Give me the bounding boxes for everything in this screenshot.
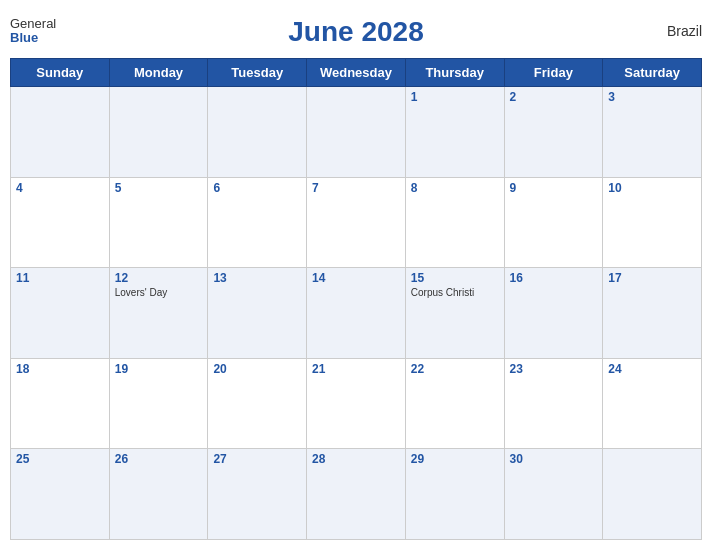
day-number: 2 [510,90,598,104]
day-number: 30 [510,452,598,466]
day-event: Lovers' Day [115,287,203,298]
week-row-2: 45678910 [11,177,702,268]
calendar-cell: 7 [307,177,406,268]
calendar-cell: 21 [307,358,406,449]
week-row-3: 1112Lovers' Day131415Corpus Christi1617 [11,268,702,359]
calendar-cell [208,87,307,178]
calendar-cell: 6 [208,177,307,268]
calendar-cell: 3 [603,87,702,178]
day-number: 22 [411,362,499,376]
calendar-cell: 20 [208,358,307,449]
day-number: 23 [510,362,598,376]
calendar-cell [11,87,110,178]
calendar-cell: 14 [307,268,406,359]
calendar-header: General Blue June 2028 Brazil [10,10,702,52]
day-number: 4 [16,181,104,195]
day-number: 7 [312,181,400,195]
day-number: 10 [608,181,696,195]
calendar-cell: 16 [504,268,603,359]
calendar-cell: 1 [405,87,504,178]
calendar-cell: 8 [405,177,504,268]
calendar-cell: 22 [405,358,504,449]
day-number: 18 [16,362,104,376]
calendar-cell: 25 [11,449,110,540]
calendar-table: SundayMondayTuesdayWednesdayThursdayFrid… [10,58,702,540]
calendar-title: June 2028 [288,16,423,48]
weekday-monday: Monday [109,59,208,87]
day-number: 15 [411,271,499,285]
calendar-cell: 15Corpus Christi [405,268,504,359]
day-number: 6 [213,181,301,195]
calendar-cell: 2 [504,87,603,178]
weekday-saturday: Saturday [603,59,702,87]
calendar-cell [603,449,702,540]
day-number: 27 [213,452,301,466]
day-number: 3 [608,90,696,104]
day-event: Corpus Christi [411,287,499,298]
calendar-cell: 5 [109,177,208,268]
calendar-cell: 13 [208,268,307,359]
weekday-friday: Friday [504,59,603,87]
week-row-4: 18192021222324 [11,358,702,449]
day-number: 29 [411,452,499,466]
day-number: 16 [510,271,598,285]
country-label: Brazil [667,23,702,39]
day-number: 1 [411,90,499,104]
calendar-cell [307,87,406,178]
calendar-cell: 26 [109,449,208,540]
day-number: 12 [115,271,203,285]
weekday-wednesday: Wednesday [307,59,406,87]
day-number: 20 [213,362,301,376]
day-number: 17 [608,271,696,285]
calendar-cell [109,87,208,178]
week-row-1: 123 [11,87,702,178]
calendar-cell: 12Lovers' Day [109,268,208,359]
day-number: 9 [510,181,598,195]
calendar-cell: 9 [504,177,603,268]
calendar-cell: 28 [307,449,406,540]
calendar-cell: 24 [603,358,702,449]
calendar-cell: 27 [208,449,307,540]
day-number: 13 [213,271,301,285]
day-number: 14 [312,271,400,285]
day-number: 19 [115,362,203,376]
weekday-header-row: SundayMondayTuesdayWednesdayThursdayFrid… [11,59,702,87]
weekday-sunday: Sunday [11,59,110,87]
day-number: 11 [16,271,104,285]
calendar-cell: 17 [603,268,702,359]
calendar-cell: 18 [11,358,110,449]
day-number: 5 [115,181,203,195]
weekday-thursday: Thursday [405,59,504,87]
calendar-cell: 30 [504,449,603,540]
calendar-cell: 4 [11,177,110,268]
calendar-cell: 10 [603,177,702,268]
day-number: 25 [16,452,104,466]
day-number: 26 [115,452,203,466]
day-number: 21 [312,362,400,376]
calendar-cell: 19 [109,358,208,449]
calendar-cell: 29 [405,449,504,540]
logo-blue-text: Blue [10,31,38,45]
day-number: 24 [608,362,696,376]
week-row-5: 252627282930 [11,449,702,540]
logo: General Blue [10,17,56,46]
day-number: 28 [312,452,400,466]
logo-general-text: General [10,17,56,31]
calendar-cell: 23 [504,358,603,449]
weekday-tuesday: Tuesday [208,59,307,87]
calendar-cell: 11 [11,268,110,359]
day-number: 8 [411,181,499,195]
